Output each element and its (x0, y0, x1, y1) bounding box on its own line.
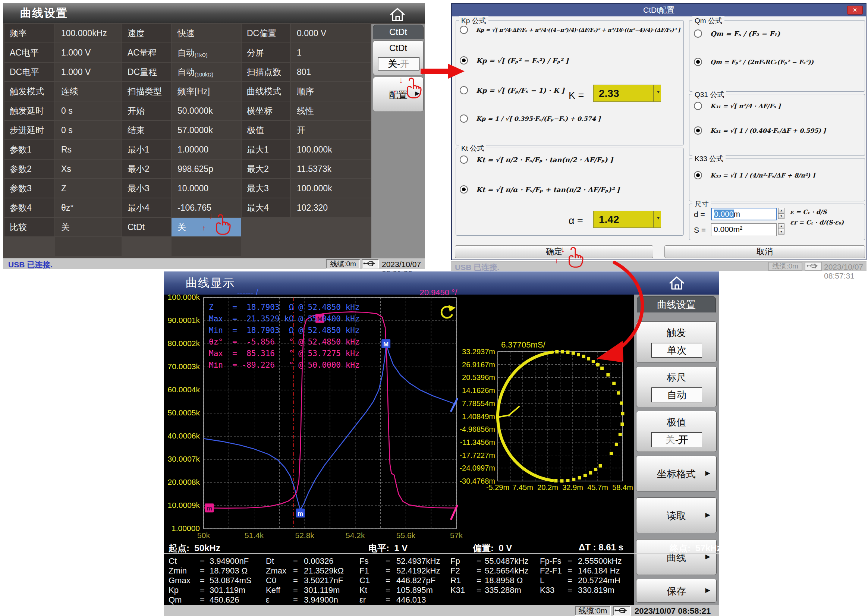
radio-icon[interactable] (460, 86, 468, 94)
radio-checked-icon[interactable] (694, 126, 702, 135)
result-value: 330.819m (578, 585, 614, 595)
setting-value-cell[interactable]: 1.000 V (55, 43, 122, 62)
ctdt-on-off-box[interactable]: 关-开 (378, 57, 419, 71)
ruler-value-box[interactable]: 自动 (651, 387, 702, 402)
spin-up-icon[interactable]: ▲ (778, 223, 785, 229)
ruler-button[interactable]: 标尺 自动 (636, 366, 717, 407)
qm-option-2[interactable]: Qm = Fₚ² / (2πFₛRCₜ(Fₚ² − Fₛ²)) (694, 58, 813, 66)
radio-checked-icon[interactable] (694, 171, 702, 179)
radio-icon[interactable] (694, 30, 702, 38)
read-button[interactable]: 读取 ► (636, 497, 717, 533)
setting-value-cell[interactable]: 100.000k (291, 179, 370, 198)
setting-value-cell[interactable]: θz° (55, 198, 122, 217)
setting-value-cell[interactable]: 801 (291, 63, 370, 81)
k-coeff-combo[interactable]: 2.33 (593, 85, 661, 102)
setting-value-cell[interactable]: 50.0000k (171, 101, 241, 120)
trigger-value-box[interactable]: 单次 (651, 343, 702, 358)
trigger-button[interactable]: 触发 单次 (636, 321, 717, 363)
setting-value-cell[interactable]: 1.00000 (171, 140, 241, 159)
result-value: 21.3529kΩ (304, 566, 344, 576)
setting-value-cell[interactable]: 频率[Hz] (171, 82, 241, 101)
spin-down-icon[interactable]: ▼ (778, 229, 785, 234)
ctdt-highlighted-cell[interactable]: 关 (171, 218, 241, 236)
spin-down-icon[interactable]: ▼ (778, 213, 785, 219)
equals-sign: = (386, 595, 390, 605)
chevron-down-icon[interactable] (653, 211, 661, 228)
kp-option-2[interactable]: Kp = √[ (Fₚ² − Fₛ²) / Fₚ² ] (460, 56, 568, 64)
setting-value-cell[interactable]: 0 s (55, 101, 122, 120)
setting-value-cell[interactable]: 开 (291, 121, 370, 140)
radio-checked-icon[interactable] (460, 185, 468, 193)
d-input[interactable]: 0.000m (711, 208, 777, 220)
setting-value-cell[interactable]: Xs (55, 160, 122, 178)
setting-value-cell[interactable]: 57.0000k (171, 121, 241, 140)
setting-value-cell[interactable]: 1 (291, 43, 370, 62)
menu-tab-curve-settings[interactable]: 曲线设置 (637, 296, 716, 313)
setting-value-cell[interactable]: 连续 (55, 82, 122, 101)
result-value: 3.50217nF (304, 576, 343, 585)
alpha-coeff-combo[interactable]: 1.42 (593, 211, 661, 228)
equals-sign: = (568, 566, 572, 576)
setting-value-cell[interactable]: 10.0000 (171, 179, 241, 198)
setting-value-cell[interactable]: 11.5373k (291, 160, 370, 178)
setting-value-cell[interactable]: 自动(100kΩ) (171, 63, 241, 81)
radio-icon[interactable] (460, 115, 468, 123)
spin-up-icon[interactable]: ▲ (778, 208, 785, 213)
setting-value-cell[interactable]: Rs (55, 140, 122, 159)
kp-option-1[interactable]: Kp = √[ π²/4·ΔF/Fₛ + π²/4·((4−π²)/4)·(ΔF… (460, 26, 680, 34)
setting-value-cell[interactable]: 快速 (171, 24, 241, 42)
setting-value-cell[interactable]: 0.000 V (291, 24, 370, 42)
home-icon[interactable] (389, 7, 406, 22)
setting-value-cell[interactable]: -106.765 (171, 198, 241, 217)
kp-option-3[interactable]: Kp = √[ (Fₚ/Fₛ − 1) · K ] (460, 86, 565, 94)
setting-value-cell[interactable]: 自动(1kΩ) (171, 43, 241, 62)
setting-value-cell[interactable]: 100.000kHz (55, 24, 122, 42)
qm-option-1[interactable]: Qm = Fₛ / (F₂ − F₁) (694, 30, 780, 38)
s-input[interactable]: 0.000m² (711, 223, 777, 236)
radio-icon[interactable] (694, 102, 702, 110)
ctdt-toggle-button[interactable]: CtDt 关-开 (373, 40, 424, 75)
kt-formula-group: Kt 公式 Kt = √[ π/2 · Fₛ/Fₚ · tan(π/2 · ΔF… (456, 148, 684, 236)
menu-tab-ctdt[interactable]: CtDt (373, 25, 424, 39)
dialog-titlebar[interactable]: CtDt配置 (452, 4, 866, 16)
home-icon[interactable] (668, 275, 685, 291)
close-icon[interactable]: ✕ (847, 6, 863, 14)
kt-option-2[interactable]: Kt = √[ π/α · Fₛ/Fₚ + tan(π/2 · ΔF/Fₚ)² … (460, 185, 620, 193)
setting-value-cell[interactable]: 1.000 V (55, 63, 122, 81)
setting-label-cell: 最小2 (122, 160, 171, 178)
setting-value-cell[interactable]: 顺序 (291, 82, 370, 101)
setting-label-cell: 最小4 (122, 198, 171, 217)
setting-value-cell[interactable]: 线性 (291, 101, 370, 120)
radio-icon[interactable] (460, 156, 468, 164)
usb-icon (363, 260, 378, 267)
setting-value-cell[interactable]: 关 (55, 218, 122, 236)
setting-value-cell[interactable]: 998.625p (171, 160, 241, 178)
setting-value-cell[interactable]: 102.320 (291, 198, 370, 217)
q31-option-1[interactable]: K₃₁ = √[ π²/4 · ΔF/Fₛ ] (694, 102, 781, 110)
chevron-down-icon[interactable] (653, 85, 661, 101)
cancel-button[interactable]: 取消 (664, 245, 865, 258)
radio-checked-icon[interactable] (460, 56, 468, 64)
qm-formula-1: Qm = Fₛ / (F₂ − F₁) (710, 30, 780, 38)
d-spinner[interactable]: ▲▼ (778, 208, 785, 219)
setting-value-cell[interactable]: Z (55, 179, 122, 198)
ctdt-config-button[interactable]: 配置 ► (373, 77, 424, 112)
coord-format-button[interactable]: 坐标格式 ► (636, 456, 717, 492)
extreme-button[interactable]: 极值 关-开 (636, 411, 717, 452)
setting-value-cell[interactable]: 100.000k (291, 140, 370, 159)
kt-option-1[interactable]: Kt = √[ π/2 · Fₛ/Fₚ · tan(π/2 · ΔF/Fₚ) ] (460, 156, 613, 164)
setting-value-cell[interactable]: 0 s (55, 121, 122, 140)
k33-option-1[interactable]: K₃₃ = √[ 1 / (4/π²·Fₛ/ΔF + 8/π²) ] (694, 171, 815, 179)
result-name: L (540, 576, 545, 585)
radio-icon[interactable] (460, 26, 468, 34)
setting-label-cell: AC电平 (5, 43, 55, 62)
radio-checked-icon[interactable] (694, 58, 702, 66)
setting-label-cell: 步进延时 (5, 121, 55, 140)
ok-button[interactable]: 确定 (455, 245, 653, 258)
q31-option-2[interactable]: K₃₁ = √[ 1 / (0.404·Fₛ/ΔF + 0.595) ] (694, 126, 826, 135)
extreme-value-box[interactable]: 关-开 (651, 432, 702, 447)
dialog-title: CtDt配置 (452, 4, 866, 16)
kp-option-4[interactable]: Kp = 1 / √[ 0.395·Fₛ/(Fₚ−Fₛ) + 0.574 ] (460, 115, 601, 123)
s-spinner[interactable]: ▲▼ (778, 223, 785, 234)
readout-theta: θz° = -5.856 ° @ 52.4850 kHz (209, 338, 360, 346)
